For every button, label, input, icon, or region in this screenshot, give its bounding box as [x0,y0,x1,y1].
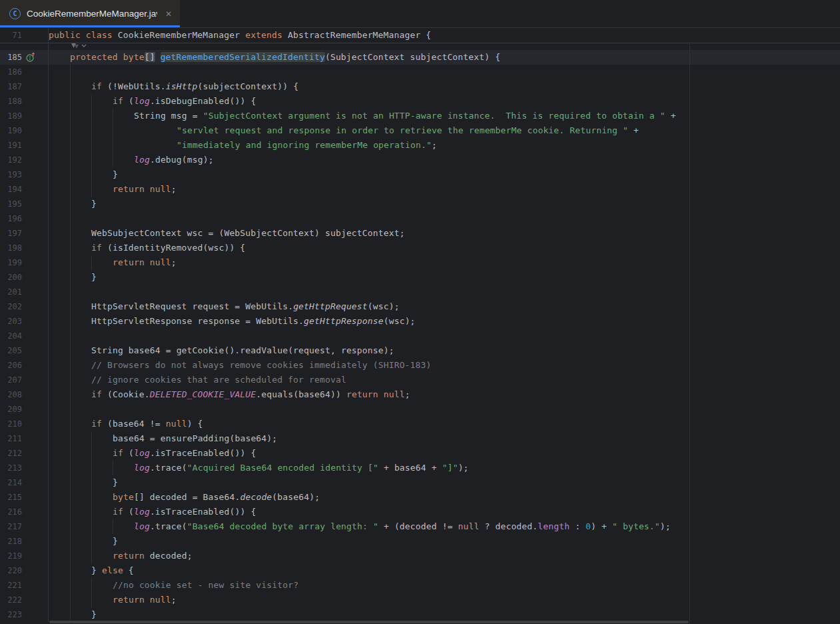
line-number[interactable]: 195 [0,199,22,209]
code-text[interactable]: String base64 = getCookie().readValue(re… [49,343,840,358]
line-number[interactable]: 206 [0,361,22,370]
code-text[interactable]: } else { [49,563,840,578]
gutter[interactable]: 209 [0,402,49,417]
code-text[interactable]: } [49,475,840,490]
gutter[interactable]: 202 [0,299,49,314]
code-text[interactable]: log.trace("Base64 decoded byte array len… [49,519,840,534]
line-number[interactable]: 186 [0,67,22,77]
line-number[interactable]: 202 [0,302,22,311]
line-number[interactable]: 192 [0,155,22,165]
code-text[interactable]: } [49,607,840,622]
line-number[interactable]: 71 [0,31,22,40]
line-number[interactable]: 209 [0,405,22,414]
code-text[interactable]: HttpServletResponse response = WebUtils.… [49,314,840,329]
code-text[interactable]: if (!WebUtils.isHttp(subjectContext)) { [49,79,840,94]
gutter[interactable]: 214 [0,475,49,490]
gutter[interactable]: 207 [0,373,49,387]
code-text[interactable] [49,65,840,79]
gutter[interactable]: 190 [0,123,49,138]
gutter[interactable]: 219 [0,549,49,563]
line-number[interactable]: 194 [0,185,22,194]
line-number[interactable]: 201 [0,287,22,297]
line-number[interactable]: 223 [0,610,22,619]
code-text[interactable]: //no cookie set - new site visitor? [49,578,840,593]
gutter[interactable]: 222 [0,593,49,607]
line-number[interactable]: 213 [0,463,22,473]
tab-cookieremembermemanager-java[interactable]: C CookieRememberMeManager.java ✕ [0,0,180,27]
line-number[interactable]: 205 [0,346,22,355]
gutter[interactable]: 191 [0,138,49,153]
code-text[interactable]: return null; [49,255,840,270]
code-text[interactable]: if (isIdentityRemoved(wsc)) { [49,241,840,255]
code-text[interactable] [49,329,840,343]
code-text[interactable]: WebSubjectContext wsc = (WebSubjectConte… [49,226,840,241]
gutter[interactable]: 197 [0,226,49,241]
code-text[interactable]: // Browsers do not always remove cookies… [49,358,840,373]
code-text[interactable]: log.debug(msg); [49,153,840,167]
line-number[interactable]: 210 [0,419,22,429]
gutter[interactable]: 196 [0,211,49,226]
line-number[interactable]: 214 [0,478,22,487]
code-text[interactable]: } [49,197,840,211]
code-text[interactable]: byte[] decoded = Base64.decode(base64); [49,490,840,505]
gutter[interactable]: 187 [0,79,49,94]
gutter[interactable]: 188 [0,94,49,109]
code-text[interactable]: } [49,167,840,182]
code-text[interactable]: if (log.isTraceEnabled()) { [49,505,840,519]
gutter[interactable]: 201 [0,285,49,299]
gutter[interactable]: 212 [0,446,49,461]
code-text[interactable]: public class CookieRememberMeManager ext… [49,28,840,43]
code-text[interactable]: return null; [49,182,840,197]
code-text[interactable]: base64 = ensurePadding(base64); [49,431,840,446]
code-text[interactable]: } [49,270,840,285]
gutter[interactable]: 216 [0,505,49,519]
gutter[interactable]: 71 [0,28,49,43]
line-number[interactable]: 200 [0,273,22,282]
line-number[interactable]: 197 [0,229,22,238]
line-number[interactable]: 212 [0,449,22,458]
code-text[interactable]: if (Cookie.DELETED_COOKIE_VALUE.equals(b… [49,387,840,402]
gutter[interactable]: 210 [0,417,49,431]
line-number[interactable]: 189 [0,111,22,121]
gutter[interactable]: 199 [0,255,49,270]
gutter[interactable]: 211 [0,431,49,446]
line-number[interactable]: 208 [0,390,22,399]
line-number[interactable]: 196 [0,214,22,223]
gutter[interactable]: 186 [0,65,49,79]
gutter[interactable]: 198 [0,241,49,255]
gutter[interactable]: 194 [0,182,49,197]
line-number[interactable]: 222 [0,595,22,605]
code-text[interactable]: if (log.isTraceEnabled()) { [49,446,840,461]
gutter[interactable]: 217 [0,519,49,534]
code-text[interactable]: protected byte[] getRememberedSerialized… [49,50,840,65]
folded-annotation-icon[interactable] [70,42,89,50]
gutter[interactable]: 205 [0,343,49,358]
code-text[interactable]: // ignore cookies that are scheduled for… [49,373,840,387]
line-number[interactable]: 187 [0,82,22,91]
gutter[interactable]: 221 [0,578,49,593]
gutter[interactable]: 206 [0,358,49,373]
code-text[interactable]: return decoded; [49,549,840,563]
line-number[interactable]: 207 [0,375,22,385]
line-number[interactable]: 220 [0,566,22,575]
line-number[interactable]: 215 [0,493,22,502]
line-number[interactable]: 203 [0,317,22,326]
close-tab-icon[interactable]: ✕ [164,9,173,19]
code-text[interactable]: } [49,534,840,549]
code-text[interactable] [49,402,840,417]
code-text[interactable]: "immediately and ignoring rememberMe ope… [49,138,840,153]
line-number[interactable]: 219 [0,551,22,561]
line-number[interactable]: 211 [0,434,22,443]
gutter[interactable]: 218 [0,534,49,549]
line-number[interactable]: 221 [0,581,22,590]
gutter[interactable]: 189 [0,109,49,123]
code-text[interactable]: "servlet request and response in order t… [49,123,840,138]
code-text[interactable] [49,211,840,226]
horizontal-scrollbar[interactable] [49,621,689,623]
line-number[interactable]: 218 [0,537,22,546]
implementing-method-icon[interactable]: I [25,52,36,63]
gutter[interactable]: 203 [0,314,49,329]
line-number[interactable]: 190 [0,126,22,135]
line-number[interactable]: 188 [0,97,22,106]
line-number[interactable]: 185 [0,53,22,62]
